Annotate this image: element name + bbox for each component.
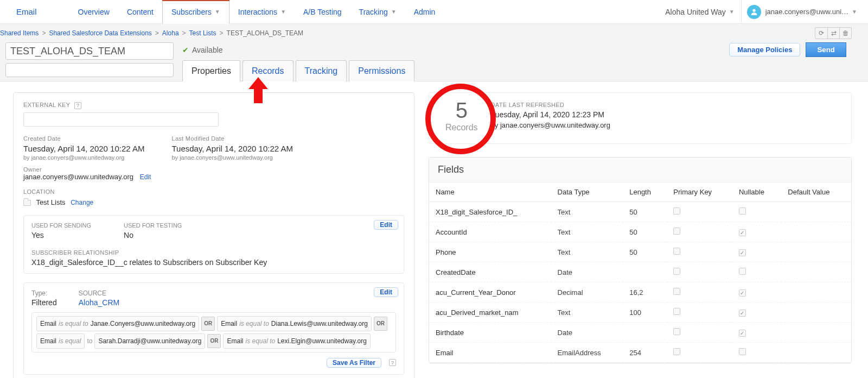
fields-title: Fields (429, 158, 851, 182)
user-email: janae.conyers@uww.uni… (765, 8, 848, 16)
trash-icon[interactable]: 🗑 (839, 28, 851, 39)
tab-permissions[interactable]: Permissions (349, 60, 414, 81)
object-name-input[interactable] (5, 42, 174, 60)
avatar (747, 5, 761, 19)
checkbox-icon (673, 268, 680, 275)
user-menu[interactable]: janae.conyers@uww.uni… ▼ (741, 0, 863, 24)
nav-subscribers[interactable]: Subscribers▼ (162, 0, 229, 24)
modified-date-label: Last Modified Date (171, 135, 292, 142)
owner-value: janae.conyers@uww.unitedway.org (23, 173, 133, 181)
column-header: Length (623, 182, 667, 202)
filter-chip: Email is equal to Diana.Lewis@uww.united… (217, 316, 372, 331)
checkbox-icon (673, 348, 680, 355)
nav-overview[interactable]: Overview (69, 0, 118, 24)
usage-panel: Edit USED FOR SENDING Yes USED FOR TESTI… (23, 215, 404, 274)
checkbox-icon (739, 310, 746, 317)
type-label: Type: (31, 289, 57, 297)
toolbar-icons: ⟳ ⇄ 🗑 (815, 27, 852, 39)
breadcrumb-current: TEST_ALOHA_DS_TEAM (227, 29, 303, 37)
breadcrumb: Shared Items>Shared Salesforce Data Exte… (0, 24, 868, 40)
table-row: CreatedDateDate (429, 262, 851, 282)
tab-tracking[interactable]: Tracking (296, 60, 347, 81)
checkbox-icon (673, 328, 680, 335)
checkbox-icon (739, 289, 746, 297)
record-count-label: Records (445, 123, 478, 133)
table-row: PhoneText50 (429, 242, 851, 262)
folder-icon (23, 200, 31, 206)
used-testing-label: USED FOR TESTING (124, 222, 182, 229)
properties-panel: EXTERNAL KEY ? Created Date Tuesday, Apr… (13, 92, 414, 378)
checkbox-icon (673, 228, 680, 235)
breadcrumb-link[interactable]: Shared Salesforce Data Extensions (49, 29, 151, 37)
source-label: SOURCE (79, 289, 119, 297)
record-count: 5 (445, 98, 478, 123)
checkbox-icon (739, 229, 746, 236)
breadcrumb-link[interactable]: Test Lists (189, 29, 216, 37)
chevron-down-icon: ▼ (215, 9, 220, 15)
chevron-down-icon: ▼ (852, 9, 857, 15)
app-label: Email (16, 7, 37, 16)
owner-label: Owner (23, 166, 404, 173)
search-input[interactable] (5, 63, 174, 77)
or-operator: OR (201, 317, 215, 331)
org-selector[interactable]: Aloha United Way ▼ (659, 8, 741, 16)
used-testing-value: No (124, 231, 182, 240)
checkbox-icon (673, 308, 680, 315)
refresh-by: by janae.conyers@uww.unitedway.org (491, 121, 610, 129)
change-location-link[interactable]: Change (71, 199, 93, 206)
modified-date: Tuesday, April 14, 2020 10:22 AM (171, 144, 292, 153)
filter-expression: Email is equal to Janae.Conyers@uww.unit… (31, 312, 396, 352)
column-header: Default Value (781, 182, 851, 202)
checkbox-icon (739, 268, 746, 275)
location-label: LOCATION (23, 188, 404, 195)
edit-owner-link[interactable]: Edit (140, 173, 151, 181)
external-key-input[interactable] (23, 112, 219, 127)
breadcrumb-link[interactable]: Aloha (162, 29, 179, 37)
nav-a-b-testing[interactable]: A/B Testing (295, 0, 350, 24)
send-button[interactable]: Send (806, 42, 846, 57)
filter-chip: Email is equal to Lexi.Elgin@uww.unitedw… (223, 333, 370, 349)
checkbox-icon (739, 348, 746, 355)
column-header: Nullable (732, 182, 781, 202)
edit-filter-button[interactable]: Edit (374, 287, 398, 297)
filter-chip: Email is equal (36, 333, 85, 349)
source-link[interactable]: Aloha_CRM (79, 298, 119, 307)
table-row: X18_digit_Salesforce_ID_Text50 (429, 202, 851, 222)
breadcrumb-link[interactable]: Shared Items (0, 29, 39, 37)
nav-interactions[interactable]: Interactions▼ (229, 0, 295, 24)
edit-usage-button[interactable]: Edit (374, 220, 398, 230)
filter-chip: Sarah.Darradji@uww.unitedway.org (94, 333, 205, 349)
created-date: Tuesday, April 14, 2020 10:22 AM (23, 144, 144, 153)
save-as-filter-button[interactable]: Save As Filter (327, 358, 381, 368)
checkbox-icon (673, 207, 680, 215)
external-key-label: EXTERNAL KEY (23, 102, 70, 108)
table-row: AccountIdText50 (429, 222, 851, 242)
refresh-date: Tuesday, April 14, 2020 12:23 PM (491, 110, 610, 119)
move-icon[interactable]: ⇄ (827, 28, 839, 39)
help-icon[interactable]: ? (74, 102, 81, 109)
org-name: Aloha United Way (665, 8, 726, 16)
type-value: Filtered (31, 298, 57, 307)
checkbox-icon (739, 207, 746, 215)
table-row: acu_Derived_market_namText100 (429, 303, 851, 323)
subrel-value: X18_digit_Salesforce_ID__c relates to Su… (31, 258, 396, 267)
nav-admin[interactable]: Admin (405, 0, 444, 24)
nav-tracking[interactable]: Tracking▼ (350, 0, 405, 24)
created-date-label: Created Date (23, 135, 144, 142)
help-icon[interactable]: ? (389, 359, 396, 366)
used-sending-label: USED FOR SENDING (31, 222, 91, 229)
used-sending-value: Yes (31, 231, 91, 240)
table-row: BirthdateDate (429, 323, 851, 343)
refresh-label: DATE LAST REFRESHED (491, 102, 610, 108)
table-row: acu_Current_Year_DonorDecimal16,2 (429, 282, 851, 303)
nav-content[interactable]: Content (118, 0, 162, 24)
column-header: Data Type (551, 182, 623, 202)
filter-chip: Email is equal to Janae.Conyers@uww.unit… (36, 316, 199, 331)
fields-panel: Fields NameData TypeLengthPrimary KeyNul… (429, 157, 852, 363)
refresh-icon[interactable]: ⟳ (815, 28, 827, 39)
checkbox-icon (739, 249, 746, 256)
tab-properties[interactable]: Properties (182, 60, 240, 81)
top-nav: Email OverviewContentSubscribers▼Interac… (0, 0, 868, 24)
tab-records[interactable]: Records (242, 60, 293, 81)
manage-policies-button[interactable]: Manage Policies (729, 43, 800, 56)
